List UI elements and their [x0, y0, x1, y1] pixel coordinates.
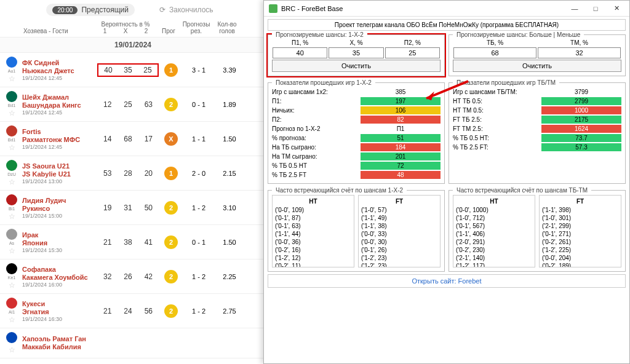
match-time: 19/1/2024 16:30 — [22, 316, 96, 322]
score-entry: ('0-2', 11) — [275, 262, 351, 267]
input-p1[interactable]: 40 — [273, 47, 327, 58]
titlebar[interactable]: BRC - ForeBet Base — □ ✕ — [264, 1, 629, 17]
match-prog: X — [159, 132, 183, 146]
match-time: 19/1/2024 12:45 — [22, 109, 96, 116]
score-entry: ('0-2', 261) — [542, 238, 618, 246]
match-row[interactable]: As ☆ Ирак Япония 19/1/2024 15:30 213841 … — [0, 225, 266, 259]
scores-1x2-ft: FT ('1-0', 57)('1-1', 49)('1-1', 38)('0-… — [358, 195, 441, 267]
stat-row: П1:197 — [272, 97, 441, 106]
stat-row: HT ТМ 0.5:1000 — [453, 106, 621, 115]
star-icon[interactable]: ☆ — [9, 74, 15, 83]
match-row[interactable]: Bd1 ☆ Fortis Рахматгонж МФС 19/1/2024 12… — [0, 122, 266, 156]
match-result: 0 - 1 — [183, 239, 214, 246]
team-home: JS Saoura U21 — [22, 162, 96, 170]
match-result: 1 - 2 — [183, 204, 214, 212]
match-prog: 2 — [159, 201, 183, 215]
stat-row: Ничьих:106 — [272, 106, 441, 115]
match-prog: 2 — [159, 235, 183, 249]
team-home: Хапоэль Рамат Ган — [22, 335, 96, 343]
match-row[interactable]: ☆ Хапоэль Рамат Ган Маккаби Кабилия — [0, 328, 266, 358]
star-icon[interactable]: ☆ — [9, 281, 15, 290]
maximize-button[interactable]: □ — [585, 1, 606, 16]
stat-row: На ТМ сыграно:201 — [272, 152, 441, 161]
stat-row: FT ТМ 2.5:1624 — [453, 124, 621, 133]
league-flag-icon — [6, 229, 17, 240]
match-prog: 1 — [159, 167, 183, 180]
league-flag-icon — [6, 125, 17, 136]
tab-upcoming-label: Предстоящий — [81, 6, 129, 14]
clear-ou-button[interactable]: Очистить — [453, 60, 621, 72]
match-time: 19/1/2024 15:30 — [22, 247, 96, 253]
star-icon[interactable]: ☆ — [9, 109, 15, 117]
tab-finished[interactable]: ⟳ Закончилось — [153, 4, 220, 16]
input-tb[interactable]: 68 — [453, 47, 536, 58]
score-entry: ('2-0', 291) — [456, 238, 532, 246]
score-entry: ('1-1', 38) — [361, 222, 437, 230]
league-flag-icon — [6, 160, 17, 171]
star-icon[interactable]: ☆ — [9, 247, 15, 255]
match-prog: 2 — [159, 98, 183, 111]
match-row[interactable]: Bi1 ☆ Лидия Лудич Рукинсо 19/1/2024 15:0… — [0, 191, 266, 225]
score-entry: ('0-2', 189) — [542, 262, 618, 267]
tab-finished-label: Закончилось — [169, 6, 213, 14]
match-probs: 213841 — [97, 238, 159, 247]
score-entry: ('1-2', 12) — [275, 254, 351, 262]
team-away: Ньюкасл Джетс — [22, 67, 96, 75]
star-icon[interactable]: ☆ — [9, 212, 15, 221]
project-banner: Проект телеграм канала ОБО ВсЁм ПоНеМнОж… — [268, 19, 626, 31]
match-row[interactable]: Bd1 ☆ Шейх Джамал Башундара Кингс 19/1/2… — [0, 87, 266, 122]
match-probs: 532820 — [97, 169, 159, 178]
stat-row: % ТБ 2.5 FT48 — [272, 170, 441, 180]
col-prob: Вероятность в % 1 X 2 — [95, 21, 156, 34]
match-goals: 1.50 — [214, 239, 245, 246]
team-away: Маккаби Кабилия — [22, 343, 96, 351]
star-icon[interactable]: ☆ — [9, 143, 15, 152]
team-home: Шейх Джамал — [22, 93, 96, 101]
stat-row: Игр с шансами 1x2:385 — [272, 87, 441, 97]
match-probs: 122563 — [97, 100, 159, 109]
league-flag-icon — [6, 298, 17, 309]
score-entry: ('1-0', 301) — [542, 214, 618, 222]
league-flag-icon — [6, 194, 17, 205]
team-home: Кукеси — [22, 300, 96, 308]
stat-row: HT ТБ 0.5:2799 — [453, 97, 621, 106]
input-x[interactable]: 35 — [329, 47, 383, 58]
tab-upcoming[interactable]: 20:00 Предстоящий — [46, 4, 135, 16]
match-result: 3 - 1 — [183, 66, 214, 74]
minimize-button[interactable]: — — [564, 1, 585, 16]
input-p2[interactable]: 25 — [385, 47, 440, 58]
close-button[interactable]: ✕ — [606, 1, 627, 16]
open-site-link[interactable]: Открыть сайт: Forebet — [268, 274, 626, 288]
stats-ou-panel: Показатели прошедших игр ТБ/ТМ Игр с шан… — [449, 82, 626, 184]
stat-row: П2:82 — [272, 115, 441, 124]
match-probs: 146817 — [97, 135, 159, 143]
match-row[interactable]: Al1 ☆ Кукеси Эгнатия 19/1/2024 16:30 212… — [0, 294, 266, 328]
match-row[interactable]: DzU ☆ JS Saoura U21 JS Kabylie U21 19/1/… — [0, 156, 266, 191]
input-tm[interactable]: 32 — [538, 47, 621, 58]
col-prog: Прог — [156, 28, 181, 34]
star-icon[interactable]: ☆ — [9, 346, 15, 354]
score-entry: ('0-1', 63) — [275, 222, 351, 230]
date-separator: 19/01/2024 — [0, 38, 266, 53]
stats-1x2-panel: Показатели прошедших игр 1-X-2 Игр с шан… — [268, 82, 445, 184]
match-time: 19/1/2024 13:00 — [22, 178, 96, 184]
score-entry: ('0-0', 109) — [275, 206, 351, 214]
time-pill: 20:00 — [52, 6, 78, 14]
score-entry: ('0-0', 30) — [361, 238, 437, 246]
match-row[interactable]: Au1 ☆ ФК Сидней Ньюкасл Джетс 19/1/2024 … — [0, 53, 266, 87]
match-row[interactable]: Ke1 ☆ Софапака Какамега Хоумбойс 19/1/20… — [0, 259, 266, 294]
match-goals: 1.89 — [214, 101, 245, 108]
star-icon[interactable]: ☆ — [9, 178, 15, 186]
team-home: Ирак — [22, 231, 96, 239]
star-icon[interactable]: ☆ — [9, 315, 15, 324]
stat-row: FT ТБ 2.5:2175 — [453, 115, 621, 124]
match-probs: 193150 — [97, 204, 159, 212]
stat-row: Прогноз по 1-X-2П1 — [272, 124, 441, 133]
league-flag-icon — [6, 263, 17, 274]
stat-row: % ТБ 0.5 HT:73.7 — [453, 133, 621, 143]
score-entry: ('1-0', 57) — [361, 206, 437, 214]
match-result: 2 - 0 — [183, 170, 214, 177]
score-entry: ('1-2', 23) — [361, 262, 437, 267]
clear-1x2-button[interactable]: Очистить — [272, 60, 441, 72]
stat-row: % ТБ 0.5 HT72 — [272, 161, 441, 170]
